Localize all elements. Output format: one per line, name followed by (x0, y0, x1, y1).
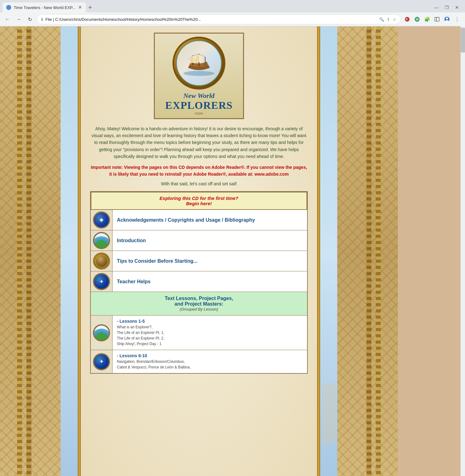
nav-row-acknowledgements[interactable]: ✦ Acknowledgements / Copyrights and Usag… (91, 210, 307, 230)
title-explorers: EXPLORERS (158, 99, 240, 111)
svg-point-9 (183, 71, 214, 76)
svg-point-7 (446, 17, 448, 20)
lesson-sub-4: Ship Ahoy!, Project Day - 1 (117, 342, 161, 346)
nav-row-tips[interactable]: Tips to Consider Before Starting... (91, 251, 307, 271)
nav-icon-introduction (91, 230, 113, 251)
right-rope-panel (317, 26, 398, 476)
navigation-table: Exploring this CD for the first time?Beg… (90, 191, 308, 374)
scrollbar-thumb[interactable] (461, 28, 465, 53)
svg-rect-4 (435, 17, 439, 21)
forward-button[interactable]: → (14, 15, 23, 24)
stars-icon: ✦ (99, 216, 104, 224)
compass-outer (173, 37, 225, 90)
main-content-area: New World EXPLORERS orgax Ahoy, Matey! W… (81, 26, 317, 476)
cast-off-text: With that said, let's cast off and set s… (161, 181, 237, 186)
nav-icon-lessons-1-5 (91, 316, 113, 350)
svg-text:P: P (406, 18, 408, 21)
browser-tab[interactable]: Time Travelers - New World EXP... ✕ (2, 2, 86, 12)
close-icon[interactable]: ✕ (455, 5, 459, 10)
extension-icon-1[interactable]: W (413, 16, 421, 23)
tab-close-button[interactable]: ✕ (78, 5, 82, 10)
rope-decoration-1 (17, 26, 22, 476)
lessons-header-line1: Text Lessons, Project Pages, and Project… (165, 296, 233, 307)
pinterest-icon[interactable]: P (403, 16, 411, 23)
window-controls: — ❐ ✕ (434, 5, 463, 10)
back-button[interactable]: ← (3, 15, 12, 24)
rope-decoration-3 (376, 26, 381, 476)
title-new-world: New World (158, 92, 240, 99)
scrollbar[interactable] (460, 26, 465, 476)
page-layout: New World EXPLORERS orgax Ahoy, Matey! W… (0, 26, 465, 476)
new-tab-button[interactable]: + (86, 3, 94, 12)
welcome-paragraph: Ahoy, Matey! Welcome to a hands-on adven… (90, 125, 308, 160)
stars-icon-3: ✦ (99, 358, 104, 365)
nav-row-lessons-6-10[interactable]: ✦ - Lessons 6-10 Navigation, Brendan/Eri… (91, 350, 307, 373)
lessons-section-header: Text Lessons, Project Pages, and Project… (91, 292, 307, 316)
browser-chrome: Time Travelers - New World EXP... ✕ + — … (0, 0, 465, 26)
url-text: File | C:/Users/chris/Documents/Homescho… (45, 17, 377, 22)
main-content: New World EXPLORERS orgax Ahoy, Matey! W… (81, 26, 317, 383)
restore-icon[interactable]: ❐ (445, 5, 449, 10)
nav-text-tips[interactable]: Tips to Consider Before Starting... (113, 251, 307, 271)
nav-icon-lessons-6-10: ✦ (91, 350, 113, 373)
left-rope-panel (0, 26, 81, 476)
bookmark-icon: ☆ (393, 17, 396, 22)
left-gold-bar (78, 26, 81, 476)
lessons-1-5-sub: What is an Explorer?, The Life of an Exp… (117, 324, 164, 347)
right-gold-bar (317, 26, 320, 476)
porthole-icon-blue: ✦ (93, 211, 110, 229)
nav-text-teacher[interactable]: Teacher Helps (113, 271, 307, 292)
sidebar-icon[interactable] (433, 16, 441, 23)
porthole-icon-gold (93, 252, 110, 270)
nav-text-introduction[interactable]: Introduction (113, 230, 307, 251)
lessons-sub-text: (Grouped By Lesson) (94, 307, 303, 312)
puzzle-icon[interactable]: 🧩 (423, 16, 431, 23)
address-bar[interactable]: ℹ File | C:/Users/chris/Documents/Homesc… (37, 14, 401, 24)
lesson-sub-2: The Life of an Explorer Pt. 1, (117, 330, 164, 335)
share-icon: ⇧ (387, 17, 390, 22)
nav-icon-teacher: ✦ (91, 271, 113, 292)
nav-link-teacher[interactable]: Teacher Helps (117, 279, 150, 284)
porthole-icon-landscape (93, 232, 110, 249)
nav-link-tips[interactable]: Tips to Consider Before Starting... (117, 258, 197, 264)
minimize-icon[interactable]: — (434, 5, 439, 10)
porthole-icon-blue-2: ✦ (93, 273, 110, 290)
nav-text-acknowledgements[interactable]: Acknowledgements / Copyrights and Usage … (113, 210, 307, 230)
title-subtitle: orgax (158, 111, 240, 115)
profile-icon[interactable] (443, 16, 451, 23)
nav-text-lessons-6-10[interactable]: - Lessons 6-10 Navigation, Brendan/Eriks… (113, 350, 307, 373)
svg-point-8 (445, 20, 449, 22)
lessons-header-text: Text Lessons, Project Pages, and Project… (94, 296, 303, 307)
rope-decoration-4 (366, 26, 371, 476)
nav-link-lessons-1-5[interactable]: - Lessons 1-5 (117, 319, 145, 324)
nav-link-lessons-6-10[interactable]: - Lessons 6-10 (117, 353, 147, 358)
nav-row-lessons-1-5[interactable]: - Lessons 1-5 What is an Explorer?, The … (91, 316, 307, 350)
menu-icon[interactable]: ⋮ (453, 16, 461, 23)
left-blue-strip (61, 26, 78, 476)
nav-link-introduction[interactable]: Introduction (117, 238, 146, 243)
nav-row-introduction[interactable]: Introduction (91, 230, 307, 251)
stars-icon-2: ✦ (99, 278, 104, 285)
lesson-sub-3: The Life of an Explorer Pt. 2, (117, 336, 164, 340)
first-time-header-text: Exploring this CD for the first time?Beg… (91, 192, 306, 209)
gold-porthole-inner (95, 255, 108, 268)
porthole-icon-landscape-2 (93, 324, 110, 341)
rope-decoration-2 (26, 26, 31, 476)
nav-text-lessons-1-5[interactable]: - Lessons 1-5 What is an Explorer?, The … (113, 316, 307, 350)
lesson-sub-5: Navigation, Brendan/Eriksson/Columbus, (117, 359, 185, 364)
tab-favicon (6, 5, 11, 10)
porthole-icon-blue-3: ✦ (93, 353, 110, 370)
nav-row-teacher[interactable]: ✦ Teacher Helps (91, 271, 307, 292)
tab-bar: Time Travelers - New World EXP... ✕ + — … (0, 0, 465, 12)
page-title-container: New World EXPLORERS orgax (158, 92, 240, 115)
reload-button[interactable]: ↻ (25, 15, 34, 24)
search-icon: 🔍 (379, 17, 384, 22)
lesson-sub-1: What is an Explorer?, (117, 325, 153, 329)
first-time-header-row: Exploring this CD for the first time?Beg… (91, 192, 307, 210)
compass-inner (176, 40, 222, 86)
nav-icon-tips (91, 251, 113, 271)
address-bar-row: ← → ↻ ℹ File | C:/Users/chris/Documents/… (0, 12, 465, 26)
nav-link-acknowledgements[interactable]: Acknowledgements / Copyrights and Usage … (117, 217, 255, 223)
ship-svg (182, 49, 216, 77)
right-blue-strip (320, 26, 337, 476)
